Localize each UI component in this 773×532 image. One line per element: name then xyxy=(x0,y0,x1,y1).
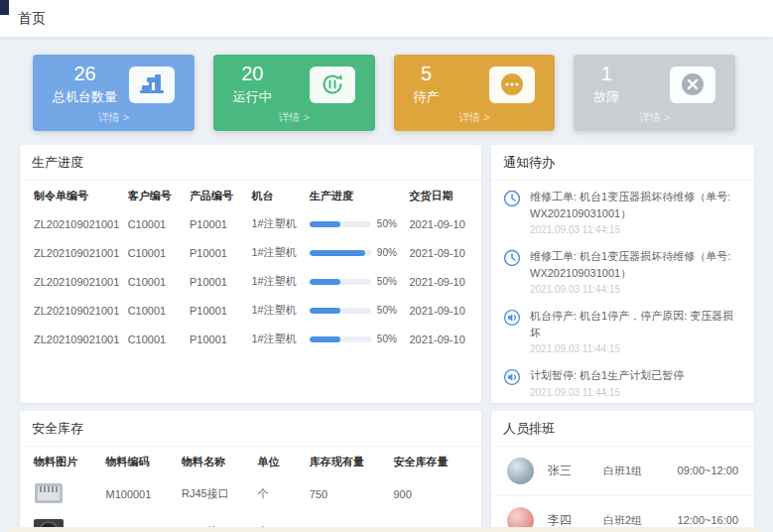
card-text: 1 故障 xyxy=(593,63,619,106)
total-machines-label: 总机台数量 xyxy=(53,88,117,106)
order-no: ZL202109021001 xyxy=(30,238,124,267)
product-no: P10001 xyxy=(186,325,247,353)
progress-percent: 90% xyxy=(377,247,397,258)
notification-time: 2021.09.03 11:44:15 xyxy=(530,343,742,354)
clock-icon xyxy=(503,249,521,295)
machine: 1#注塑机 xyxy=(247,267,305,296)
column-header: 机台 xyxy=(247,181,305,209)
waiting-label: 待产 xyxy=(414,88,440,106)
notification-item[interactable]: 计划暂停: 机台1生产计划已暂停 2021.09.03 11:44:15 xyxy=(491,359,754,403)
material-code: M100001 xyxy=(101,475,178,513)
staff-schedule-panel: 人员排班 张三 白班1组 09:00~12:00 李四 白班2组 12:00~1… xyxy=(491,411,754,532)
notification-time: 2021.09.03 11:44:15 xyxy=(530,284,742,295)
card-text: 26 总机台数量 xyxy=(53,63,117,106)
safety-stock-panel-title: 安全库存 xyxy=(20,411,481,447)
running-value: 20 xyxy=(233,63,272,85)
card-waiting[interactable]: 5 待产 详情 > xyxy=(394,55,556,131)
notification-text: 维修工单: 机台1变压器损坏待维修（单号: WX202109031001） xyxy=(530,248,742,281)
production-progress-panel: 生产进度 制令单编号 客户编号 产品编号 机台 生产进度 交货日期 Z xyxy=(20,145,481,403)
staff-row: 张三 白班1组 09:00~12:00 xyxy=(491,447,754,496)
table-row: ZL202109021001 C10001 P10001 1#注塑机 50% 2… xyxy=(30,209,471,238)
material-name: RJ45接口 xyxy=(178,475,254,513)
machine-icon xyxy=(129,66,175,103)
progress-bar: 50% xyxy=(310,218,402,229)
tools-icon xyxy=(670,66,715,103)
running-detail-link[interactable]: 详情 > xyxy=(225,110,363,125)
waiting-detail-link[interactable]: 详情 > xyxy=(406,110,544,125)
column-header: 库存现有量 xyxy=(306,447,390,475)
column-header: 安全库存量 xyxy=(389,447,471,475)
notifications-panel: 通知待办 维修工单: 机台1变压器损坏待维修（单号: WX20210903100… xyxy=(491,145,754,403)
card-total-machines[interactable]: 26 总机台数量 详情 > xyxy=(33,55,194,131)
notification-time: 2021.09.03 11:44:15 xyxy=(530,224,742,235)
order-no: ZL202109021001 xyxy=(30,325,124,353)
progress-percent: 50% xyxy=(377,305,397,316)
card-running[interactable]: 20 运行中 详情 > xyxy=(213,55,375,131)
notification-item[interactable]: 机台停产: 机台1停产，停产原因: 变压器损坏 2021.09.03 11:44… xyxy=(491,300,754,359)
stat-cards: 26 总机台数量 详情 > 20 运行中 xyxy=(33,55,735,131)
progress-bar: 90% xyxy=(310,247,402,258)
machine: 1#注塑机 xyxy=(247,238,305,267)
table-header-row: 物料图片 物料编码 物料名称 单位 库存现有量 安全库存量 xyxy=(30,447,471,475)
delivery-date: 2021-09-10 xyxy=(406,325,472,353)
product-no: P10001 xyxy=(186,209,247,238)
fault-detail-link[interactable]: 详情 > xyxy=(585,110,723,125)
card-text: 20 运行中 xyxy=(233,63,272,106)
column-header: 客户编号 xyxy=(124,181,186,209)
progress-percent: 50% xyxy=(377,276,397,287)
table-row: ZL202109021001 C10001 P10001 1#注塑机 50% 2… xyxy=(30,267,471,296)
delivery-date: 2021-09-10 xyxy=(406,209,472,238)
machine: 1#注塑机 xyxy=(247,325,305,353)
staff-name: 张三 xyxy=(548,463,603,479)
staff-schedule-panel-title: 人员排班 xyxy=(491,411,754,447)
safety-stock-panel: 安全库存 物料图片 物料编码 物料名称 单位 库存现有量 安全库存量 xyxy=(20,411,481,532)
speaker-icon xyxy=(503,309,521,354)
staff-time: 09:00~12:00 xyxy=(678,465,738,476)
column-header: 制令单编号 xyxy=(30,181,124,209)
progress-bar: 50% xyxy=(310,276,402,287)
machine: 1#注塑机 xyxy=(247,296,305,325)
product-no: P10001 xyxy=(186,238,247,267)
card-content: 20 运行中 xyxy=(225,63,363,106)
delivery-date: 2021-09-10 xyxy=(406,238,472,267)
notification-body: 机台停产: 机台1停产，停产原因: 变压器损坏 2021.09.03 11:44… xyxy=(530,308,742,354)
machine: 1#注塑机 xyxy=(247,209,305,238)
customer-no: C10001 xyxy=(124,296,186,325)
column-header: 交货日期 xyxy=(406,181,472,209)
total-machines-value: 26 xyxy=(53,63,117,85)
table-header-row: 制令单编号 客户编号 产品编号 机台 生产进度 交货日期 xyxy=(30,181,471,209)
product-no: P10001 xyxy=(186,296,247,325)
clock-icon xyxy=(503,190,521,235)
notification-body: 维修工单: 机台1变压器损坏待维修（单号: WX202109031001） 20… xyxy=(530,248,742,295)
staff-name: 李四 xyxy=(548,512,603,529)
material-unit: 个 xyxy=(254,475,306,513)
bottom-row: 安全库存 物料图片 物料编码 物料名称 单位 库存现有量 安全库存量 xyxy=(20,411,754,532)
horizontal-scrollbar[interactable] xyxy=(6,527,761,532)
production-panel-title: 生产进度 xyxy=(20,145,481,181)
table-row: M100001 RJ45接口 个 750 900 xyxy=(30,475,471,513)
avatar xyxy=(507,458,534,484)
running-refresh-icon xyxy=(310,66,355,103)
card-fault[interactable]: 1 故障 详情 > xyxy=(574,55,735,131)
table-row: ZL202109021001 C10001 P10001 1#注塑机 90% 2… xyxy=(30,238,471,267)
notification-item[interactable]: 维修工单: 机台1变压器损坏待维修（单号: WX202109031001） 20… xyxy=(491,240,754,300)
progress-bar: 50% xyxy=(310,305,402,316)
card-content: 26 总机台数量 xyxy=(45,63,183,106)
order-no: ZL202109021001 xyxy=(30,209,124,238)
inventory-table: 物料图片 物料编码 物料名称 单位 库存现有量 安全库存量 M100001 xyxy=(30,447,471,532)
middle-row: 生产进度 制令单编号 客户编号 产品编号 机台 生产进度 交货日期 Z xyxy=(20,145,754,403)
page-header: 首页 xyxy=(0,0,773,38)
ellipsis-icon xyxy=(489,66,535,103)
notifications-panel-title: 通知待办 xyxy=(491,145,754,181)
customer-no: C10001 xyxy=(124,238,186,267)
notification-body: 计划暂停: 机台1生产计划已暂停 2021.09.03 11:44:15 xyxy=(530,367,684,398)
column-header: 生产进度 xyxy=(306,181,406,209)
fault-label: 故障 xyxy=(593,88,619,106)
safety-stock: 900 xyxy=(389,475,471,513)
notification-item[interactable]: 维修工单: 机台1变压器损坏待维修（单号: WX202109031001） 20… xyxy=(491,181,754,240)
staff-time: 12:00~16:00 xyxy=(678,514,738,526)
total-machines-detail-link[interactable]: 详情 > xyxy=(45,110,183,125)
staff-shift: 白班2组 xyxy=(603,513,677,528)
table-row: ZL202109021001 C10001 P10001 1#注塑机 50% 2… xyxy=(30,325,471,353)
column-header: 单位 xyxy=(254,447,306,475)
